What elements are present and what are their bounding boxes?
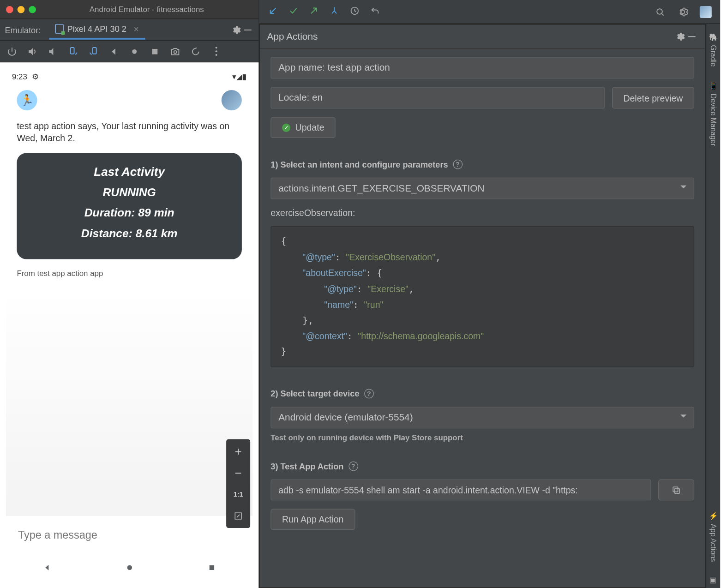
svg-point-3 bbox=[132, 49, 137, 54]
emulator-tab-label: Pixel 4 API 30 2 bbox=[67, 24, 126, 34]
delete-preview-button[interactable]: Delete preview bbox=[612, 87, 694, 109]
gear-icon[interactable] bbox=[677, 6, 689, 18]
emulator-device-tab[interactable]: Pixel 4 API 30 2 × bbox=[49, 20, 144, 40]
help-icon[interactable]: ? bbox=[364, 389, 374, 398]
help-icon[interactable]: ? bbox=[348, 462, 358, 471]
card-activity: RUNNING bbox=[23, 186, 236, 199]
running-app-icon[interactable]: 🏃 bbox=[17, 90, 37, 110]
overview-icon[interactable] bbox=[149, 45, 161, 57]
compose-bar[interactable] bbox=[6, 515, 252, 555]
gear-icon[interactable] bbox=[674, 30, 686, 42]
phone-icon bbox=[55, 24, 63, 34]
status-wifi-icon: ▾ bbox=[232, 72, 236, 81]
panel-title: App Actions bbox=[267, 31, 318, 42]
svg-point-5 bbox=[174, 50, 177, 53]
user-avatar[interactable] bbox=[222, 90, 242, 110]
status-signal-icon: ◢ bbox=[236, 72, 242, 81]
from-app-label: From test app action app bbox=[6, 259, 252, 287]
back-icon[interactable] bbox=[108, 45, 120, 57]
rail-gradle[interactable]: 🐘 Gradle bbox=[709, 29, 717, 70]
step2-label: 2) Select target device? bbox=[270, 389, 694, 398]
param-json-editor[interactable]: { "@type": "ExerciseObservation", "about… bbox=[270, 226, 694, 367]
window-traffic-lights[interactable] bbox=[6, 6, 36, 13]
device-select[interactable]: Android device (emulator-5554) bbox=[270, 407, 694, 428]
svg-rect-11 bbox=[688, 36, 696, 37]
ide-right-rail: 🐘 Gradle 📱 Device Manager ⚡ App Actions … bbox=[706, 24, 720, 588]
emulator-window-title: Android Emulator - fitnessactions bbox=[41, 5, 252, 14]
rotate-right-icon[interactable] bbox=[88, 45, 100, 57]
check-icon[interactable] bbox=[288, 5, 299, 18]
card-distance: Distance: 8.61 km bbox=[23, 227, 236, 240]
nav-overview-icon[interactable] bbox=[207, 563, 216, 575]
assistant-response-text: test app action says, Your last running … bbox=[6, 116, 252, 153]
status-gear-icon: ⚙ bbox=[32, 72, 39, 81]
app-actions-header: App Actions bbox=[260, 24, 705, 48]
minimize-panel-icon[interactable] bbox=[242, 24, 254, 36]
svg-rect-4 bbox=[152, 48, 158, 54]
adb-command-field[interactable]: adb -s emulator-5554 shell am start -a a… bbox=[270, 480, 651, 501]
close-tab-icon[interactable]: × bbox=[134, 24, 139, 34]
search-icon[interactable] bbox=[654, 6, 666, 18]
maximize-window-icon[interactable] bbox=[29, 6, 36, 13]
profile-avatar[interactable] bbox=[700, 6, 712, 18]
arrow-down-left-icon[interactable] bbox=[268, 5, 278, 18]
android-navbar bbox=[6, 556, 252, 582]
more-icon[interactable] bbox=[210, 45, 222, 57]
rail-app-actions[interactable]: ⚡ App Actions bbox=[709, 507, 717, 565]
ide-panel: App Actions App name: test app action Lo… bbox=[259, 0, 720, 588]
status-time: 9:23 bbox=[12, 72, 27, 81]
home-icon[interactable] bbox=[128, 45, 140, 57]
emulator-window: Android Emulator - fitnessactions Emulat… bbox=[0, 0, 259, 588]
locale-field[interactable]: Locale: en bbox=[270, 87, 605, 109]
nav-back-icon[interactable] bbox=[42, 563, 52, 575]
app-actions-panel: App Actions App name: test app action Lo… bbox=[259, 24, 706, 588]
svg-rect-2 bbox=[93, 47, 96, 54]
emulator-titlebar[interactable]: Android Emulator - fitnessactions bbox=[0, 0, 258, 19]
svg-rect-7 bbox=[209, 565, 214, 570]
screenshot-icon[interactable] bbox=[169, 45, 181, 57]
svg-rect-0 bbox=[244, 29, 252, 30]
device-hint: Test only on running device with Play St… bbox=[270, 433, 694, 443]
close-window-icon[interactable] bbox=[6, 6, 13, 13]
copy-command-button[interactable] bbox=[658, 480, 694, 501]
record-icon[interactable] bbox=[190, 45, 202, 57]
param-label: exerciseObservation: bbox=[270, 208, 694, 218]
svg-point-10 bbox=[657, 9, 662, 14]
svg-rect-13 bbox=[673, 487, 678, 492]
ide-toolbar bbox=[259, 0, 720, 24]
zoom-out-button[interactable]: − bbox=[226, 464, 250, 481]
volume-down-icon[interactable] bbox=[47, 45, 59, 57]
emulator-tabbar: Emulator: Pixel 4 API 30 2 × bbox=[0, 19, 258, 41]
minimize-panel-icon[interactable] bbox=[686, 30, 698, 42]
message-input[interactable] bbox=[17, 528, 241, 542]
power-icon[interactable] bbox=[6, 45, 18, 57]
run-app-action-button[interactable]: Run App Action bbox=[270, 509, 355, 530]
android-statusbar: 9:23 ⚙ ▾ ◢ ▮ bbox=[6, 68, 252, 84]
zoom-in-button[interactable]: + bbox=[226, 443, 250, 459]
minimize-window-icon[interactable] bbox=[18, 6, 25, 13]
undo-icon[interactable] bbox=[370, 5, 380, 18]
rotate-left-icon[interactable] bbox=[67, 45, 79, 57]
svg-rect-1 bbox=[71, 47, 74, 54]
rail-device-manager[interactable]: 📱 Device Manager bbox=[709, 78, 717, 150]
emulator-tabs-label: Emulator: bbox=[5, 25, 41, 35]
status-battery-icon: ▮ bbox=[242, 72, 246, 81]
arrow-merge-icon[interactable] bbox=[329, 5, 339, 18]
step3-label: 3) Test App Action? bbox=[270, 462, 694, 471]
history-icon[interactable] bbox=[349, 5, 360, 18]
svg-point-6 bbox=[127, 565, 132, 570]
rail-more-icon[interactable]: ▣ bbox=[709, 572, 717, 588]
gear-icon[interactable] bbox=[230, 24, 242, 36]
help-icon[interactable]: ? bbox=[453, 160, 463, 169]
volume-up-icon[interactable] bbox=[26, 45, 38, 57]
arrow-up-right-icon[interactable] bbox=[308, 5, 319, 18]
intent-select[interactable]: actions.intent.GET_EXERCISE_OBSERVATION bbox=[270, 178, 694, 199]
emulator-toolbar bbox=[0, 41, 258, 62]
nav-home-icon[interactable] bbox=[125, 563, 134, 575]
phone-screen: 9:23 ⚙ ▾ ◢ ▮ 🏃 test app action says, You… bbox=[0, 62, 258, 588]
activity-card[interactable]: Last Activity RUNNING Duration: 89 min D… bbox=[17, 153, 241, 259]
zoom-reset-button[interactable]: 1:1 bbox=[226, 486, 250, 503]
zoom-fit-button[interactable] bbox=[226, 508, 250, 524]
app-name-field[interactable]: App name: test app action bbox=[270, 57, 694, 78]
update-button[interactable]: ✓Update bbox=[270, 117, 336, 138]
